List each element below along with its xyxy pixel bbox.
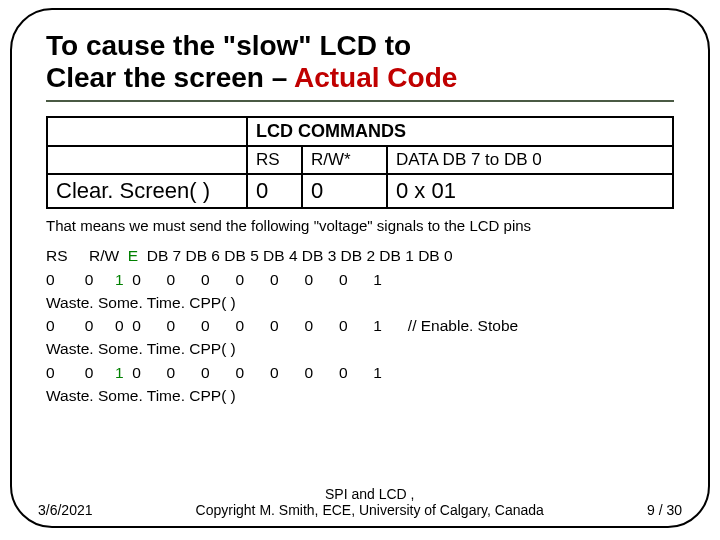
slide-frame: To cause the "slow" LCD to Clear the scr… [10,8,710,528]
table-subheader-row: RS R/W* DATA DB 7 to DB 0 [47,146,673,174]
footer-center: SPI and LCD , Copyright M. Smith, ECE, U… [93,486,647,518]
pins-hdr-a: RS R/W [46,247,128,264]
title-line2a: Clear the screen – [46,62,294,93]
commands-table: LCD COMMANDS RS R/W* DATA DB 7 to DB 0 C… [46,116,674,209]
table-sub-blank [47,146,247,174]
footer-center2: Copyright M. Smith, ECE, University of C… [196,502,544,518]
slide-title: To cause the "slow" LCD to Clear the scr… [46,30,674,94]
footer-page: 9 / 30 [647,502,682,518]
table-header-row: LCD COMMANDS [47,117,673,146]
pins-hdr-b: DB 7 DB 6 DB 5 DB 4 DB 3 DB 2 DB 1 DB 0 [138,247,452,264]
footer-date: 3/6/2021 [38,502,93,518]
table-header-blank [47,117,247,146]
pins-block: RS R/W E DB 7 DB 6 DB 5 DB 4 DB 3 DB 2 D… [46,244,674,407]
pins-w2: Waste. Some. Time. CPP( ) [46,340,236,357]
footer: 3/6/2021 SPI and LCD , Copyright M. Smit… [12,486,708,518]
title-accent: Actual Code [294,62,457,93]
pins-hdr-e: E [128,247,138,264]
pins-r2: 0 0 0 0 0 0 0 0 0 0 1 // Enable. Stobe [46,317,518,334]
pins-r3-e: 1 [115,364,124,381]
col-rs: RS [247,146,302,174]
pins-w3: Waste. Some. Time. CPP( ) [46,387,236,404]
table-data-row: Clear. Screen( ) 0 0 0 x 01 [47,174,673,208]
row-data: 0 x 01 [387,174,673,208]
pins-r3-a: 0 0 [46,364,115,381]
row-label: Clear. Screen( ) [47,174,247,208]
title-rule [46,100,674,102]
pins-r1-b: 0 0 0 0 0 0 0 1 [124,271,382,288]
footer-center1: SPI and LCD , [325,486,415,502]
pins-w1: Waste. Some. Time. CPP( ) [46,294,236,311]
pins-r1-a: 0 0 [46,271,115,288]
col-data: DATA DB 7 to DB 0 [387,146,673,174]
pins-r3-b: 0 0 0 0 0 0 0 1 [124,364,382,381]
table-header: LCD COMMANDS [247,117,673,146]
row-rs: 0 [247,174,302,208]
row-rw: 0 [302,174,387,208]
col-rw: R/W* [302,146,387,174]
pins-r1-e: 1 [115,271,124,288]
explain-text: That means we must send the following "v… [46,217,674,234]
title-line1: To cause the "slow" LCD to [46,30,411,61]
